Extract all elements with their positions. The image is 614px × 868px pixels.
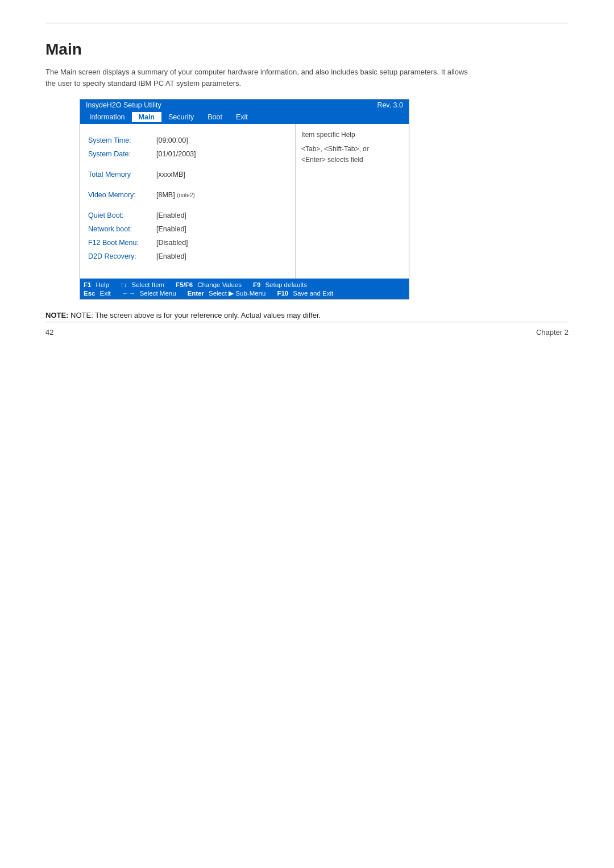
bios-header: InsydeH2O Setup Utility Rev. 3.0	[80, 99, 409, 111]
bios-row-video-memory: Video Memory: [8MB] (note2)	[88, 191, 287, 202]
bios-row-d2d-recovery: D2D Recovery: [Enabled]	[88, 252, 287, 264]
bios-value-system-time[interactable]: [09:00:00]	[156, 136, 188, 144]
bios-nav-information[interactable]: Information	[82, 112, 132, 122]
bios-body: System Time: [09:00:00] System Date: [01…	[80, 124, 409, 279]
footer-chapter: Chapter 2	[536, 328, 569, 337]
footer-page-number: 42	[45, 328, 53, 337]
bios-header-rev: Rev. 3.0	[377, 101, 403, 109]
bios-value-f12-boot[interactable]: [Disabled]	[156, 239, 188, 247]
bios-value-network-boot[interactable]: [Enabled]	[156, 225, 186, 233]
bios-label-total-memory: Total Memory	[88, 171, 156, 178]
bios-nav-security[interactable]: Security	[161, 112, 201, 122]
bios-row-quiet-boot: Quiet Boot: [Enabled]	[88, 211, 287, 223]
bios-screen: InsydeH2O Setup Utility Rev. 3.0 Informa…	[80, 99, 409, 300]
bios-row-f12-boot: F12 Boot Menu: [Disabled]	[88, 239, 287, 250]
bios-label-quiet-boot: Quiet Boot:	[88, 211, 156, 219]
bios-row-total-memory: Total Memory [xxxxMB]	[88, 171, 287, 182]
page-description: The Main screen displays a summary of yo…	[45, 67, 478, 89]
bios-row-system-date: System Date: [01/01/2003]	[88, 150, 287, 161]
bios-nav-exit[interactable]: Exit	[229, 112, 255, 122]
page-container: Main The Main screen displays a summary …	[0, 0, 614, 354]
top-rule	[45, 23, 569, 23]
bios-help-panel: Item specific Help <Tab>, <Shift-Tab>, o…	[295, 124, 409, 279]
bios-nav-main[interactable]: Main	[132, 112, 161, 122]
bios-label-video-memory: Video Memory:	[88, 191, 156, 199]
bios-help-line1: <Tab>, <Shift-Tab>, or	[301, 144, 403, 155]
bios-value-system-date[interactable]: [01/01/2003]	[156, 150, 196, 158]
bios-label-system-date: System Date:	[88, 150, 156, 158]
bios-label-network-boot: Network boot:	[88, 225, 156, 233]
bios-help-title: Item specific Help	[301, 130, 403, 140]
bios-header-title: InsydeH2O Setup Utility	[86, 101, 161, 109]
bottom-rule	[45, 322, 569, 322]
bios-row-system-time: System Time: [09:00:00]	[88, 136, 287, 148]
bios-nav-boot[interactable]: Boot	[201, 112, 229, 122]
bios-label-d2d-recovery: D2D Recovery:	[88, 252, 156, 260]
bios-nav: Information Main Security Boot Exit	[80, 111, 409, 124]
page-title: Main	[45, 40, 569, 59]
bios-help-line2: <Enter> selects field	[301, 155, 403, 165]
bios-label-system-time: System Time:	[88, 136, 156, 144]
bios-row-network-boot: Network boot: [Enabled]	[88, 225, 287, 236]
bios-value-total-memory: [xxxxMB]	[156, 171, 185, 178]
bios-label-f12-boot: F12 Boot Menu:	[88, 239, 156, 247]
bios-value-video-memory: [8MB] (note2)	[156, 191, 195, 199]
page-footer: 42 Chapter 2	[45, 328, 569, 337]
bios-value-quiet-boot[interactable]: [Enabled]	[156, 211, 186, 219]
bios-value-d2d-recovery[interactable]: [Enabled]	[156, 252, 186, 260]
bios-left-panel: System Time: [09:00:00] System Date: [01…	[80, 124, 295, 279]
